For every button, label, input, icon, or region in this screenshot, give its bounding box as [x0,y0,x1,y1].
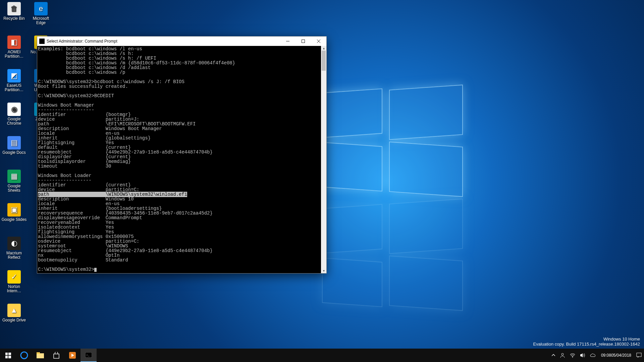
svg-rect-5 [8,353,11,355]
taskbar-file-explorer[interactable] [32,349,48,362]
svg-text:>_: >_ [86,353,90,357]
taskbar-media-player[interactable] [64,349,80,362]
svg-rect-1 [302,40,305,43]
scroll-up-button[interactable]: ▴ [321,46,326,51]
svg-rect-7 [8,356,11,358]
gdrive-icon: ▲ [7,304,21,317]
icon-label: Recycle Bin [1,16,27,21]
icon-label: EaseUS Partition… [1,83,27,92]
cmd-icon [39,39,45,44]
gdocs-icon: ▤ [7,136,21,149]
desktop-icon-gdocs[interactable]: ▤Google Docs [1,136,27,155]
svg-point-16 [561,353,564,355]
svg-rect-11 [54,354,59,358]
desktop-icon-edge[interactable]: eMicrosoft Edge [28,2,54,25]
svg-marker-18 [580,353,583,357]
maximize-button[interactable] [296,37,311,46]
desktop-icon-aomei[interactable]: ◧AOMEI Partition… [1,36,27,59]
window-title: Select Administrator: Command Prompt [47,39,280,44]
taskbar-store[interactable] [48,349,64,362]
icon-label: Macrium Reflect [1,251,27,260]
svg-rect-6 [5,356,8,358]
scroll-down-button[interactable]: ▾ [321,268,326,273]
svg-rect-19 [637,353,641,357]
scroll-thumb[interactable] [322,51,326,71]
svg-marker-20 [638,357,639,358]
tray-overflow-icon[interactable] [549,349,557,362]
icon-label: Google Slides [1,218,27,222]
tray-notifications-icon[interactable] [634,349,644,362]
svg-point-17 [572,357,573,358]
macrium-icon: ◐ [7,237,21,250]
taskbar-cmd[interactable]: >_ [80,349,97,362]
desktop-icon-recycle-bin[interactable]: 🗑Recycle Bin [1,2,27,21]
desktop-icon-gslides[interactable]: ▣Google Slides [1,203,27,222]
terminal-output[interactable]: Examples: bcdboot c:\windows /l en-us bc… [37,46,321,273]
norton-icon: ✓ [7,270,21,284]
desktop-icon-gsheets[interactable]: ▦Google Sheets [1,170,27,193]
tray-volume-icon[interactable] [578,349,588,362]
desktop-icon-gdrive[interactable]: ▲Google Drive [1,304,27,322]
desktop-watermark: Windows 10 Home Evaluation copy. Build 1… [533,337,640,347]
icon-label: Norton Intern… [1,285,27,293]
gslides-icon: ▣ [7,203,21,217]
desktop-icon-macrium[interactable]: ◐Macrium Reflect [1,237,27,260]
system-tray[interactable]: 09:0805/04/2018 [549,349,644,362]
icon-label: Google Docs [1,150,27,155]
minimize-button[interactable] [280,37,296,46]
desktop-icon-easeus[interactable]: ◩EaseUS Partition… [1,69,27,92]
icon-label: Google Sheets [1,184,27,193]
titlebar[interactable]: Select Administrator: Command Prompt [37,37,326,46]
scrollbar[interactable]: ▴ ▾ [321,46,326,273]
tray-onedrive-icon[interactable] [588,349,598,362]
easeus-icon: ◩ [7,69,21,82]
icon-label: Microsoft Edge [28,16,54,25]
svg-rect-4 [5,353,8,355]
tray-wifi-icon[interactable] [568,349,578,362]
taskbar[interactable]: >_ 09:0805/04/2018 [0,349,644,362]
command-prompt-window[interactable]: Select Administrator: Command Prompt Exa… [37,36,327,274]
icon-label: Google Chrome [1,117,27,126]
start-button[interactable] [0,349,16,362]
aomei-icon: ◧ [7,36,21,49]
svg-rect-10 [37,352,40,354]
svg-rect-9 [37,353,44,358]
gsheets-icon: ▦ [7,170,21,183]
desktop-icon-norton[interactable]: ✓Norton Intern… [1,270,27,293]
desktop-icon-chrome[interactable]: ◉Google Chrome [1,103,27,126]
icon-label: AOMEI Partition… [1,50,27,59]
recycle-bin-icon: 🗑 [7,2,21,15]
taskbar-edge[interactable] [16,349,32,362]
tray-people-icon[interactable] [557,349,568,362]
close-button[interactable] [311,37,326,46]
icon-label: Google Drive [1,318,27,322]
svg-point-8 [21,352,28,359]
chrome-icon: ◉ [7,103,21,116]
edge-icon: e [34,2,48,15]
tray-clock[interactable]: 09:0805/04/2018 [598,349,634,362]
